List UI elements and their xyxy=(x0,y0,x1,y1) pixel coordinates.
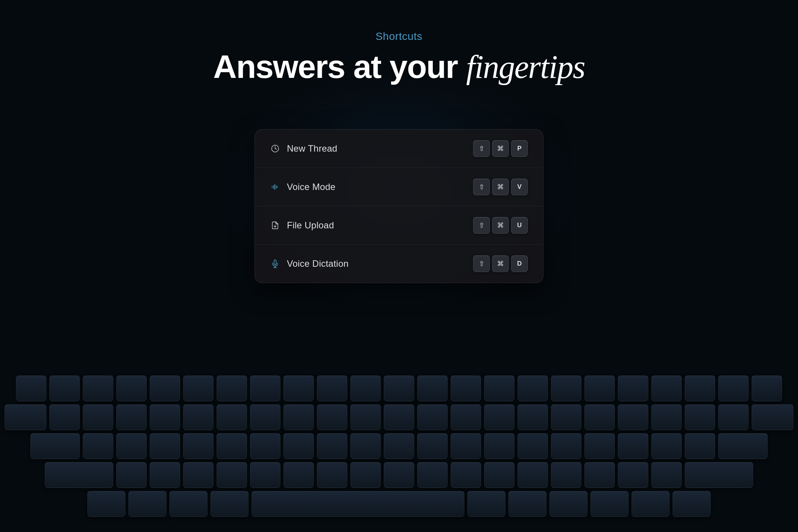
waveform-icon xyxy=(270,183,280,191)
p-key-badge: P xyxy=(511,140,528,157)
key xyxy=(618,433,648,459)
key xyxy=(384,375,414,401)
key xyxy=(116,433,147,459)
key xyxy=(317,433,347,459)
key xyxy=(618,404,648,430)
svg-rect-2 xyxy=(273,185,274,188)
key xyxy=(350,375,381,401)
shortcut-left: New Thread xyxy=(270,143,337,154)
key xyxy=(551,462,581,488)
keyboard-row-2 xyxy=(23,404,775,430)
key xyxy=(5,404,46,430)
key xyxy=(350,462,381,488)
keyboard-row-3 xyxy=(23,433,775,459)
key xyxy=(549,491,587,517)
keyboard-row-1 xyxy=(23,375,775,401)
voice-mode-keys: ⇧ ⌘ V xyxy=(473,179,528,195)
key xyxy=(484,404,515,430)
key xyxy=(283,462,314,488)
new-thread-label: New Thread xyxy=(287,143,337,154)
key xyxy=(518,462,548,488)
key xyxy=(467,491,505,517)
spacebar-key xyxy=(252,491,464,517)
voice-dictation-keys: ⇧ ⌘ D xyxy=(473,255,528,272)
key xyxy=(591,491,629,517)
key xyxy=(317,462,347,488)
key xyxy=(417,462,448,488)
key xyxy=(451,375,481,401)
key xyxy=(183,404,214,430)
key xyxy=(183,433,214,459)
key xyxy=(250,462,280,488)
key xyxy=(584,375,615,401)
key xyxy=(718,433,768,459)
shortcuts-card: New Thread ⇧ ⌘ P Voice Mode ⇧ ⌘ xyxy=(255,129,543,283)
keyboard-row-4 xyxy=(23,462,775,488)
key xyxy=(618,462,648,488)
cmd-key-badge: ⌘ xyxy=(492,179,509,195)
key xyxy=(128,491,166,517)
key xyxy=(49,375,80,401)
key xyxy=(752,404,793,430)
key xyxy=(384,462,414,488)
shortcut-row-voice-dictation: Voice Dictation ⇧ ⌘ D xyxy=(255,245,543,283)
key xyxy=(183,462,214,488)
key xyxy=(116,404,147,430)
key xyxy=(651,462,682,488)
key xyxy=(183,375,214,401)
cmd-key-badge: ⌘ xyxy=(492,217,509,234)
key xyxy=(518,433,548,459)
key xyxy=(83,404,113,430)
svg-rect-3 xyxy=(274,184,275,190)
key xyxy=(45,462,113,488)
key xyxy=(417,375,448,401)
headline: Answers at your fingertips xyxy=(213,49,585,85)
key xyxy=(651,375,682,401)
u-key-badge: U xyxy=(511,217,528,234)
key xyxy=(116,462,147,488)
shortcut-row-voice-mode: Voice Mode ⇧ ⌘ V xyxy=(255,168,543,206)
key xyxy=(551,433,581,459)
key xyxy=(350,404,381,430)
key xyxy=(317,375,347,401)
key xyxy=(718,375,749,401)
key xyxy=(384,433,414,459)
headline-prefix: Answers at your xyxy=(213,48,466,85)
key xyxy=(484,433,515,459)
key xyxy=(30,433,80,459)
svg-rect-5 xyxy=(277,186,278,188)
key xyxy=(283,404,314,430)
key xyxy=(685,462,753,488)
key xyxy=(685,375,715,401)
key xyxy=(150,404,180,430)
key xyxy=(685,433,715,459)
key xyxy=(417,404,448,430)
key xyxy=(350,433,381,459)
clock-icon xyxy=(270,144,280,153)
key xyxy=(217,433,247,459)
key xyxy=(451,462,481,488)
key xyxy=(49,404,80,430)
headline-italic: fingertips xyxy=(466,49,585,85)
key xyxy=(484,462,515,488)
key xyxy=(83,375,113,401)
key xyxy=(211,491,249,517)
key xyxy=(16,375,46,401)
key xyxy=(283,433,314,459)
key xyxy=(584,404,615,430)
shift-key-badge: ⇧ xyxy=(473,217,490,234)
cmd-key-badge: ⌘ xyxy=(492,140,509,157)
shift-key-badge: ⇧ xyxy=(473,140,490,157)
key xyxy=(83,433,113,459)
key xyxy=(317,404,347,430)
key xyxy=(250,433,280,459)
key xyxy=(551,375,581,401)
file-upload-label: File Upload xyxy=(287,220,334,231)
key xyxy=(250,404,280,430)
file-upload-keys: ⇧ ⌘ U xyxy=(473,217,528,234)
key xyxy=(150,375,180,401)
key xyxy=(150,462,180,488)
key xyxy=(150,433,180,459)
key xyxy=(451,433,481,459)
voice-dictation-label: Voice Dictation xyxy=(287,258,348,269)
